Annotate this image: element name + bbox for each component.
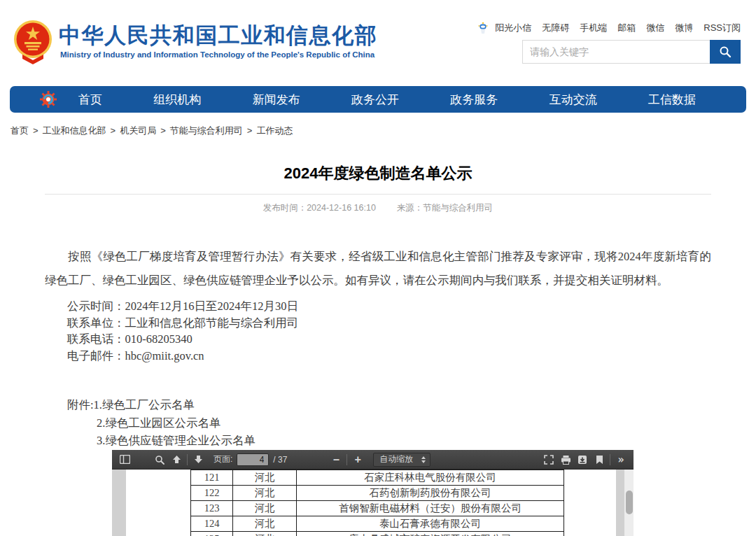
sunshine-robot-icon <box>477 22 489 34</box>
nav-item[interactable]: 工信数据 <box>648 92 696 108</box>
zoom-out-icon[interactable]: − <box>328 451 344 468</box>
presentation-mode-icon[interactable] <box>540 451 557 468</box>
cell-no: 123 <box>191 501 233 516</box>
cell-no: 124 <box>191 516 233 532</box>
table-row: 123河北首钢智新电磁材料（迁安）股份有限公司 <box>191 501 564 516</box>
contact-line: 电子邮件：hbc@miit.gov.cn <box>67 348 298 365</box>
zoom-mode-value: 自动缩放 <box>379 453 413 465</box>
cell-no: 125 <box>191 532 233 536</box>
attachment-list: 附件:1.绿色工厂公示名单2.绿色工业园区公示名单3.绿色供应链管理企业公示名单 <box>67 396 255 450</box>
page-label: 页面: <box>214 453 232 465</box>
nav-item[interactable]: 新闻发布 <box>253 92 300 108</box>
main-nav: 首页组织机构新闻发布政务公开政务服务互动交流工信数据 <box>10 86 746 113</box>
national-emblem-logo <box>13 18 53 66</box>
table-row: 124河北泰山石膏承德有限公司 <box>191 516 564 532</box>
download-icon[interactable] <box>574 451 591 468</box>
cell-no: 121 <box>191 470 233 486</box>
cell-province: 河北 <box>233 532 297 536</box>
zoom-in-icon[interactable]: + <box>349 451 366 468</box>
breadcrumb-item[interactable]: 节能与综合利用司 <box>170 125 243 136</box>
quick-links: 阳光小信无障碍手机端邮箱微信微博RSS订阅 <box>477 22 741 34</box>
publish-row: 发布时间：2024-12-16 16:10 来源：节能与综合利用司 <box>0 202 756 214</box>
breadcrumb-separator: > <box>33 125 38 136</box>
search-bar <box>522 40 741 64</box>
cell-province: 河北 <box>233 486 297 501</box>
breadcrumb-separator: > <box>160 125 166 136</box>
quick-link[interactable]: 阳光小信 <box>495 22 531 34</box>
page: 中华人民共和国工业和信息化部 Ministry of Industry and … <box>0 0 756 536</box>
breadcrumb-item[interactable]: 工业和信息化部 <box>43 125 106 136</box>
pdf-page: 121河北石家庄科林电气股份有限公司122河北石药创新制药股份有限公司123河北… <box>126 470 616 536</box>
pdf-toolbar: 页面: / 37 − + 自动缩放 <box>112 450 634 470</box>
search-icon <box>719 45 732 58</box>
pdf-table-body: 121河北石家庄科林电气股份有限公司122河北石药创新制药股份有限公司123河北… <box>191 470 564 536</box>
cell-company: 泰山石膏承德有限公司 <box>297 516 564 532</box>
toolbar-more-icon[interactable]: » <box>612 451 629 468</box>
article-paragraph: 按照《绿色工厂梯度培育及管理暂行办法》有关要求，经省级工业和信息化主管部门推荐及… <box>45 245 711 292</box>
table-row: 122河北石药创新制药股份有限公司 <box>191 486 564 501</box>
breadcrumb-separator: > <box>111 125 116 136</box>
quick-link[interactable]: 无障碍 <box>542 22 569 34</box>
nav-item[interactable]: 政务公开 <box>351 92 399 108</box>
contact-line: 联系电话：010-68205340 <box>67 331 298 348</box>
cell-company: 唐山鼎盛城市矿产资源开发有限公司 <box>297 532 564 536</box>
page-number-input[interactable] <box>237 453 269 466</box>
cell-province: 河北 <box>233 470 297 486</box>
cell-company: 石家庄科林电气股份有限公司 <box>297 470 564 486</box>
page-title: 2024年度绿色制造名单公示 <box>0 163 756 184</box>
table-row: 125河北唐山鼎盛城市矿产资源开发有限公司 <box>191 532 564 536</box>
site-subtitle: Ministry of Industry and Information Tec… <box>60 50 374 59</box>
chevron-up-down-icon <box>421 456 426 463</box>
page-up-icon[interactable] <box>168 451 185 468</box>
bookmark-icon[interactable] <box>591 451 608 468</box>
pdf-viewer: 页面: / 37 − + 自动缩放 <box>112 450 634 536</box>
breadcrumb-item[interactable]: 机关司局 <box>120 125 156 136</box>
breadcrumb-item: 工作动态 <box>256 125 293 136</box>
sidebar-toggle-icon[interactable] <box>116 451 133 468</box>
search-input[interactable] <box>522 40 710 64</box>
quick-link[interactable]: 微信 <box>646 22 664 34</box>
site-title: 中华人民共和国工业和信息化部 <box>59 21 377 50</box>
nav-item[interactable]: 互动交流 <box>550 92 597 108</box>
nav-item[interactable]: 政务服务 <box>450 92 498 108</box>
pdf-table: 121河北石家庄科林电气股份有限公司122河北石药创新制药股份有限公司123河北… <box>190 470 564 536</box>
breadcrumb-separator: > <box>247 125 253 136</box>
publish-time: 发布时间：2024-12-16 16:10 <box>263 202 376 214</box>
table-row: 121河北石家庄科林电气股份有限公司 <box>191 470 564 486</box>
quick-link[interactable]: 微博 <box>675 22 693 34</box>
nav-item[interactable]: 首页 <box>78 92 102 108</box>
cell-province: 河北 <box>233 501 297 516</box>
attachment-item[interactable]: 2.绿色工业园区公示名单 <box>67 414 255 432</box>
contact-block: 公示时间：2024年12月16日至2024年12月30日联系单位：工业和信息化部… <box>67 298 298 364</box>
miit-gear-logo-icon <box>39 90 57 108</box>
quick-link[interactable]: RSS订阅 <box>704 22 741 34</box>
pdf-scrollbar[interactable] <box>624 470 634 536</box>
find-icon[interactable] <box>151 451 168 468</box>
cell-company: 石药创新制药股份有限公司 <box>297 486 564 501</box>
print-icon[interactable] <box>557 451 574 468</box>
contact-line: 联系单位：工业和信息化部节能与综合利用司 <box>67 315 298 332</box>
contact-line: 公示时间：2024年12月16日至2024年12月30日 <box>67 298 298 315</box>
attachment-item[interactable]: 3.绿色供应链管理企业公示名单 <box>67 432 255 450</box>
nav-items: 首页组织机构新闻发布政务公开政务服务互动交流工信数据 <box>78 92 696 108</box>
cell-company: 首钢智新电磁材料（迁安）股份有限公司 <box>297 501 564 516</box>
zoom-mode-select[interactable]: 自动缩放 <box>373 453 430 467</box>
page-down-icon[interactable] <box>190 451 206 468</box>
cell-province: 河北 <box>233 516 297 532</box>
nav-item[interactable]: 组织机构 <box>153 92 201 108</box>
title-divider <box>45 194 711 195</box>
quick-link[interactable]: 邮箱 <box>617 22 636 34</box>
page-total: / 37 <box>273 455 287 465</box>
source: 来源：节能与综合利用司 <box>397 202 493 214</box>
breadcrumb-item[interactable]: 首页 <box>10 125 29 136</box>
pdf-scrollbar-thumb[interactable] <box>626 491 633 514</box>
attachment-item[interactable]: 附件:1.绿色工厂公示名单 <box>67 396 255 414</box>
breadcrumb: 首页>工业和信息化部>机关司局>节能与综合利用司>工作动态 <box>10 125 293 137</box>
cell-no: 122 <box>191 486 233 501</box>
search-button[interactable] <box>710 40 741 64</box>
quick-link[interactable]: 手机端 <box>580 22 607 34</box>
